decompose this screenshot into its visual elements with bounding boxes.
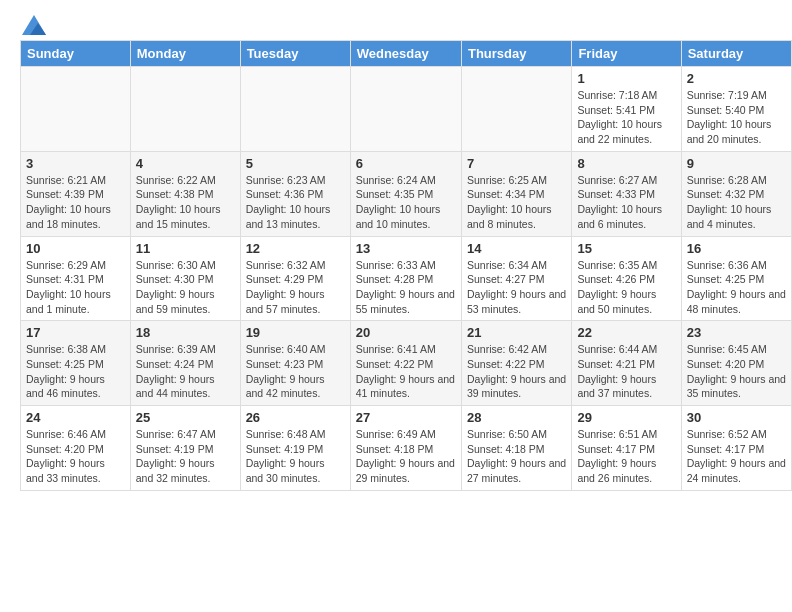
day-number: 19: [246, 325, 345, 340]
day-info: Sunrise: 6:48 AM Sunset: 4:19 PM Dayligh…: [246, 427, 345, 486]
day-header-thursday: Thursday: [461, 41, 571, 67]
day-number: 29: [577, 410, 675, 425]
calendar-wrapper: SundayMondayTuesdayWednesdayThursdayFrid…: [0, 40, 792, 496]
day-info: Sunrise: 6:46 AM Sunset: 4:20 PM Dayligh…: [26, 427, 125, 486]
day-info: Sunrise: 6:24 AM Sunset: 4:35 PM Dayligh…: [356, 173, 456, 232]
day-info: Sunrise: 7:19 AM Sunset: 5:40 PM Dayligh…: [687, 88, 786, 147]
calendar-header: SundayMondayTuesdayWednesdayThursdayFrid…: [21, 41, 792, 67]
day-number: 2: [687, 71, 786, 86]
day-number: 28: [467, 410, 566, 425]
day-number: 12: [246, 241, 345, 256]
calendar-cell: 23Sunrise: 6:45 AM Sunset: 4:20 PM Dayli…: [681, 321, 791, 406]
calendar-cell: 25Sunrise: 6:47 AM Sunset: 4:19 PM Dayli…: [130, 406, 240, 491]
page-header: [0, 0, 792, 40]
day-header-wednesday: Wednesday: [350, 41, 461, 67]
day-info: Sunrise: 6:21 AM Sunset: 4:39 PM Dayligh…: [26, 173, 125, 232]
calendar: SundayMondayTuesdayWednesdayThursdayFrid…: [20, 40, 792, 491]
week-row-4: 17Sunrise: 6:38 AM Sunset: 4:25 PM Dayli…: [21, 321, 792, 406]
day-header-monday: Monday: [130, 41, 240, 67]
day-number: 10: [26, 241, 125, 256]
calendar-cell: 18Sunrise: 6:39 AM Sunset: 4:24 PM Dayli…: [130, 321, 240, 406]
day-number: 26: [246, 410, 345, 425]
day-info: Sunrise: 6:35 AM Sunset: 4:26 PM Dayligh…: [577, 258, 675, 317]
day-number: 27: [356, 410, 456, 425]
day-info: Sunrise: 6:44 AM Sunset: 4:21 PM Dayligh…: [577, 342, 675, 401]
day-number: 21: [467, 325, 566, 340]
day-info: Sunrise: 7:18 AM Sunset: 5:41 PM Dayligh…: [577, 88, 675, 147]
day-number: 11: [136, 241, 235, 256]
calendar-cell: 26Sunrise: 6:48 AM Sunset: 4:19 PM Dayli…: [240, 406, 350, 491]
day-number: 5: [246, 156, 345, 171]
day-number: 7: [467, 156, 566, 171]
calendar-cell: [130, 67, 240, 152]
week-row-1: 1Sunrise: 7:18 AM Sunset: 5:41 PM Daylig…: [21, 67, 792, 152]
day-number: 17: [26, 325, 125, 340]
day-info: Sunrise: 6:25 AM Sunset: 4:34 PM Dayligh…: [467, 173, 566, 232]
calendar-cell: 13Sunrise: 6:33 AM Sunset: 4:28 PM Dayli…: [350, 236, 461, 321]
calendar-cell: 16Sunrise: 6:36 AM Sunset: 4:25 PM Dayli…: [681, 236, 791, 321]
day-info: Sunrise: 6:51 AM Sunset: 4:17 PM Dayligh…: [577, 427, 675, 486]
logo: [20, 15, 46, 35]
day-number: 23: [687, 325, 786, 340]
calendar-cell: 3Sunrise: 6:21 AM Sunset: 4:39 PM Daylig…: [21, 151, 131, 236]
day-info: Sunrise: 6:32 AM Sunset: 4:29 PM Dayligh…: [246, 258, 345, 317]
calendar-cell: 2Sunrise: 7:19 AM Sunset: 5:40 PM Daylig…: [681, 67, 791, 152]
day-header-friday: Friday: [572, 41, 681, 67]
calendar-cell: [240, 67, 350, 152]
day-number: 14: [467, 241, 566, 256]
day-number: 6: [356, 156, 456, 171]
day-number: 1: [577, 71, 675, 86]
day-number: 13: [356, 241, 456, 256]
calendar-cell: [350, 67, 461, 152]
calendar-cell: 21Sunrise: 6:42 AM Sunset: 4:22 PM Dayli…: [461, 321, 571, 406]
calendar-cell: 8Sunrise: 6:27 AM Sunset: 4:33 PM Daylig…: [572, 151, 681, 236]
day-info: Sunrise: 6:47 AM Sunset: 4:19 PM Dayligh…: [136, 427, 235, 486]
calendar-cell: 27Sunrise: 6:49 AM Sunset: 4:18 PM Dayli…: [350, 406, 461, 491]
week-row-5: 24Sunrise: 6:46 AM Sunset: 4:20 PM Dayli…: [21, 406, 792, 491]
day-number: 22: [577, 325, 675, 340]
day-header-saturday: Saturday: [681, 41, 791, 67]
day-number: 24: [26, 410, 125, 425]
day-info: Sunrise: 6:33 AM Sunset: 4:28 PM Dayligh…: [356, 258, 456, 317]
calendar-cell: 29Sunrise: 6:51 AM Sunset: 4:17 PM Dayli…: [572, 406, 681, 491]
calendar-cell: 5Sunrise: 6:23 AM Sunset: 4:36 PM Daylig…: [240, 151, 350, 236]
day-info: Sunrise: 6:22 AM Sunset: 4:38 PM Dayligh…: [136, 173, 235, 232]
calendar-cell: 28Sunrise: 6:50 AM Sunset: 4:18 PM Dayli…: [461, 406, 571, 491]
day-number: 16: [687, 241, 786, 256]
day-info: Sunrise: 6:39 AM Sunset: 4:24 PM Dayligh…: [136, 342, 235, 401]
day-info: Sunrise: 6:27 AM Sunset: 4:33 PM Dayligh…: [577, 173, 675, 232]
calendar-cell: 12Sunrise: 6:32 AM Sunset: 4:29 PM Dayli…: [240, 236, 350, 321]
calendar-cell: 10Sunrise: 6:29 AM Sunset: 4:31 PM Dayli…: [21, 236, 131, 321]
calendar-cell: 24Sunrise: 6:46 AM Sunset: 4:20 PM Dayli…: [21, 406, 131, 491]
calendar-cell: 4Sunrise: 6:22 AM Sunset: 4:38 PM Daylig…: [130, 151, 240, 236]
calendar-cell: 17Sunrise: 6:38 AM Sunset: 4:25 PM Dayli…: [21, 321, 131, 406]
logo-icon: [22, 15, 46, 35]
day-info: Sunrise: 6:45 AM Sunset: 4:20 PM Dayligh…: [687, 342, 786, 401]
day-info: Sunrise: 6:41 AM Sunset: 4:22 PM Dayligh…: [356, 342, 456, 401]
day-number: 4: [136, 156, 235, 171]
day-number: 15: [577, 241, 675, 256]
day-number: 30: [687, 410, 786, 425]
day-info: Sunrise: 6:50 AM Sunset: 4:18 PM Dayligh…: [467, 427, 566, 486]
day-info: Sunrise: 6:36 AM Sunset: 4:25 PM Dayligh…: [687, 258, 786, 317]
calendar-cell: 11Sunrise: 6:30 AM Sunset: 4:30 PM Dayli…: [130, 236, 240, 321]
day-number: 18: [136, 325, 235, 340]
day-number: 20: [356, 325, 456, 340]
day-info: Sunrise: 6:30 AM Sunset: 4:30 PM Dayligh…: [136, 258, 235, 317]
day-info: Sunrise: 6:23 AM Sunset: 4:36 PM Dayligh…: [246, 173, 345, 232]
day-number: 3: [26, 156, 125, 171]
day-info: Sunrise: 6:29 AM Sunset: 4:31 PM Dayligh…: [26, 258, 125, 317]
day-info: Sunrise: 6:34 AM Sunset: 4:27 PM Dayligh…: [467, 258, 566, 317]
day-info: Sunrise: 6:40 AM Sunset: 4:23 PM Dayligh…: [246, 342, 345, 401]
day-header-tuesday: Tuesday: [240, 41, 350, 67]
calendar-cell: [461, 67, 571, 152]
day-number: 9: [687, 156, 786, 171]
day-number: 25: [136, 410, 235, 425]
calendar-cell: 1Sunrise: 7:18 AM Sunset: 5:41 PM Daylig…: [572, 67, 681, 152]
day-info: Sunrise: 6:28 AM Sunset: 4:32 PM Dayligh…: [687, 173, 786, 232]
day-info: Sunrise: 6:42 AM Sunset: 4:22 PM Dayligh…: [467, 342, 566, 401]
day-info: Sunrise: 6:49 AM Sunset: 4:18 PM Dayligh…: [356, 427, 456, 486]
calendar-cell: 6Sunrise: 6:24 AM Sunset: 4:35 PM Daylig…: [350, 151, 461, 236]
calendar-cell: 20Sunrise: 6:41 AM Sunset: 4:22 PM Dayli…: [350, 321, 461, 406]
calendar-cell: 19Sunrise: 6:40 AM Sunset: 4:23 PM Dayli…: [240, 321, 350, 406]
